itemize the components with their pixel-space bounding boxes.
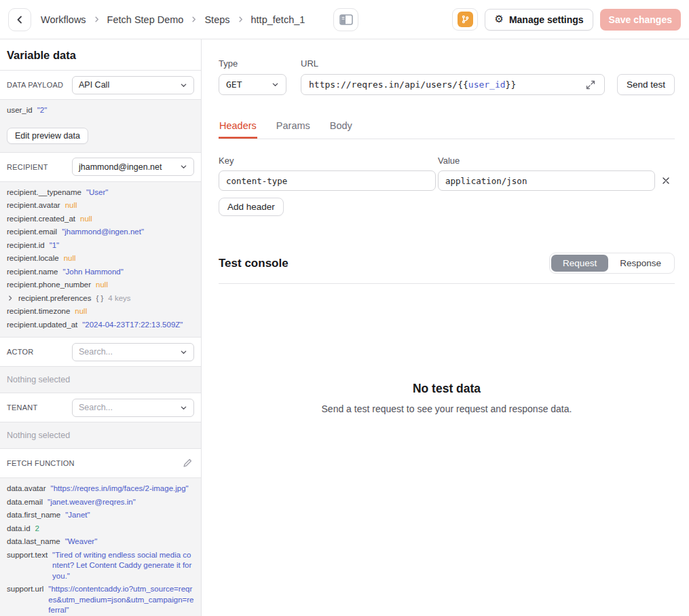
method-select[interactable]: GET	[219, 74, 286, 95]
fetch-function-body: data.avatar "https://reqres.in/img/faces…	[0, 478, 201, 616]
variable-row: data.id 2	[7, 524, 194, 535]
url-text: https://reqres.in/api/users/	[309, 79, 458, 90]
header-key-input[interactable]	[219, 170, 436, 191]
variable-value: "1"	[50, 240, 60, 251]
fetch-function-header: FETCH FUNCTION	[0, 449, 201, 478]
variable-key: recipient.phone_number	[7, 280, 91, 291]
console-divider	[219, 283, 675, 284]
variable-value: "Janet"	[65, 510, 90, 521]
expand-chevron-icon[interactable]	[7, 295, 14, 302]
commit-status-button[interactable]	[452, 8, 478, 31]
chevron-down-icon	[180, 404, 187, 412]
tenant-header: TENANT Search...	[0, 393, 201, 422]
variable-key: data.email	[7, 497, 43, 508]
manage-settings-button[interactable]: ⚙ Manage settings	[485, 9, 593, 31]
tenant-search-select[interactable]: Search...	[72, 399, 194, 417]
variable-row: recipient.updated_at "2024-04-23T17:22:1…	[7, 320, 194, 331]
fetch-function-label: FETCH FUNCTION	[7, 459, 75, 467]
back-button[interactable]	[8, 8, 31, 31]
tenant-empty-text: Nothing selected	[0, 422, 201, 449]
url-field: URL https://reqres.in/api/users/{{user_i…	[301, 58, 605, 95]
toggle-request-button[interactable]: Request	[551, 255, 608, 272]
url-brace-open: {{	[458, 79, 468, 90]
recipient-header: RECIPIENT jhammond@ingen.net	[0, 153, 201, 182]
variable-key: data.first_name	[7, 510, 60, 521]
tab-headers[interactable]: Headers	[219, 120, 257, 139]
chevron-down-icon	[180, 348, 187, 356]
variable-key: support.url	[7, 584, 43, 595]
variable-key: user_id	[7, 105, 33, 116]
empty-state-subtitle: Send a test request to see your request …	[219, 403, 675, 414]
step-editor-main: Type GET URL https://reqres.in/api/users…	[202, 39, 689, 616]
variable-value: null	[80, 214, 92, 225]
variable-row: recipient.preferences { } 4 keys	[7, 293, 194, 304]
toggle-response-button[interactable]: Response	[608, 255, 673, 272]
variable-key: recipient.locale	[7, 253, 59, 264]
breadcrumb-item-workflows[interactable]: Workflows	[41, 14, 86, 25]
chevron-right-icon	[190, 16, 198, 23]
variable-value: "Tired of writing endless social media c…	[52, 550, 194, 582]
variable-key: recipient.__typename	[7, 187, 81, 198]
variable-row: data.email "janet.weaver@reqres.in"	[7, 497, 194, 508]
data-payload-actions: Edit preview data	[0, 123, 201, 153]
variable-data-sidebar: Variable data DATA PAYLOAD API Call user…	[0, 39, 202, 616]
recipient-label: RECIPIENT	[7, 163, 48, 171]
variable-row: support.text "Tired of writing endless s…	[7, 550, 194, 582]
breadcrumb-item-steps[interactable]: Steps	[204, 14, 229, 25]
actor-label: ACTOR	[7, 348, 33, 356]
actor-empty-text: Nothing selected	[0, 367, 201, 393]
variable-value: null	[65, 200, 77, 211]
url-brace-close: }}	[506, 79, 517, 90]
tab-params[interactable]: Params	[276, 120, 311, 139]
variable-key: recipient.preferences	[18, 293, 91, 304]
method-selected-value: GET	[226, 79, 242, 90]
breadcrumb-item-step[interactable]: http_fetch_1	[251, 14, 305, 25]
close-icon	[662, 177, 670, 185]
variable-row: recipient.__typename "User"	[7, 187, 194, 198]
variable-key: support.text	[7, 550, 48, 561]
tab-body[interactable]: Body	[329, 120, 353, 139]
fetch-function-section: FETCH FUNCTION data.avatar "https://reqr…	[0, 449, 201, 616]
recipient-selected-value: jhammond@ingen.net	[79, 162, 162, 172]
save-changes-button[interactable]: Save changes	[600, 9, 681, 31]
variable-key: recipient.created_at	[7, 214, 75, 225]
variable-row: recipient.id "1"	[7, 240, 194, 251]
actor-search-select[interactable]: Search...	[72, 343, 194, 361]
chevron-left-icon	[14, 14, 25, 25]
edit-preview-data-button[interactable]: Edit preview data	[7, 128, 88, 144]
send-test-button[interactable]: Send test	[617, 74, 675, 95]
add-header-button[interactable]: Add header	[219, 198, 284, 216]
edit-fetch-function-button[interactable]	[181, 456, 194, 470]
expand-url-editor-button[interactable]	[584, 79, 597, 91]
actor-search-placeholder: Search...	[79, 347, 113, 357]
variable-key: recipient.id	[7, 240, 45, 251]
top-bar: Workflows Fetch Step Demo Steps http_fet…	[0, 0, 689, 39]
test-console-empty-state: No test data Send a test request to see …	[219, 382, 675, 414]
type-label: Type	[219, 58, 286, 69]
variable-meta: 4 keys	[108, 293, 130, 304]
recipient-body: recipient.__typename "User" recipient.av…	[0, 182, 201, 338]
tenant-search-placeholder: Search...	[79, 403, 113, 412]
variable-row: support.url "https://contentcaddy.io?utm…	[7, 584, 194, 616]
headers-editor: Key Value	[219, 156, 675, 191]
variable-value: "2"	[37, 105, 48, 116]
recipient-select[interactable]: jhammond@ingen.net	[72, 158, 194, 176]
variable-key: data.avatar	[7, 484, 46, 494]
url-input[interactable]: https://reqres.in/api/users/{{user_id}}	[301, 74, 605, 95]
breadcrumb-item-workflow[interactable]: Fetch Step Demo	[107, 14, 184, 25]
variable-row: recipient.avatar null	[7, 200, 194, 211]
manage-settings-label: Manage settings	[509, 14, 584, 25]
variable-row: data.last_name "Weaver"	[7, 537, 194, 547]
request-response-toggle: Request Response	[549, 253, 675, 274]
variable-row: recipient.created_at null	[7, 214, 194, 225]
remove-header-button[interactable]	[657, 170, 675, 191]
request-config-row: Type GET URL https://reqres.in/api/users…	[219, 58, 675, 95]
data-payload-select[interactable]: API Call	[72, 76, 194, 94]
request-tabs: Headers Params Body	[219, 120, 675, 139]
breadcrumb: Workflows Fetch Step Demo Steps http_fet…	[41, 14, 305, 25]
sidebar-toggle-button[interactable]	[333, 8, 358, 31]
actor-header: ACTOR Search...	[0, 338, 201, 367]
variable-row: recipient.timezone null	[7, 306, 194, 317]
header-value-input[interactable]	[438, 170, 655, 191]
data-payload-label: DATA PAYLOAD	[7, 81, 63, 89]
